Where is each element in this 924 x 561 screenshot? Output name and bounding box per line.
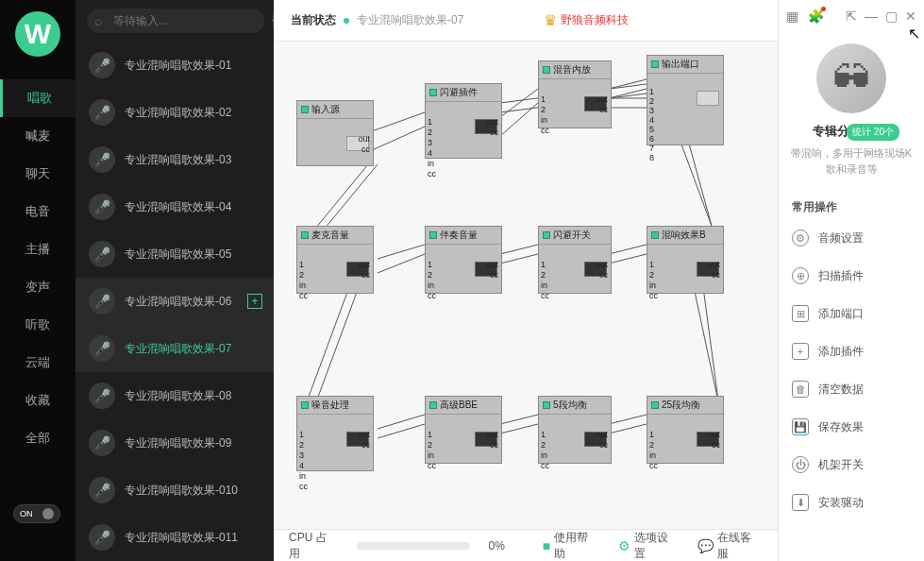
op-item[interactable]: +添加插件 — [779, 332, 924, 370]
op-item[interactable]: ⊕扫描插件 — [779, 257, 924, 295]
effect-item[interactable]: 🎤专业混响唱歌效果-08 — [76, 372, 274, 419]
effect-avatar-icon: 🎤 — [89, 99, 115, 126]
node-noise[interactable]: 噪音处理 1234inccoutcc — [296, 396, 374, 471]
pin-icon[interactable]: ⇱ — [846, 8, 857, 24]
node-eq5[interactable]: 5段均衡 12inccoutcc — [538, 396, 612, 464]
effect-item[interactable]: 🎤专业混响唱歌效果-02 — [76, 89, 274, 136]
titlebar: ▦ 🧩 ⇱ — ▢ ✕ — [779, 0, 924, 32]
op-item[interactable]: ⚙音频设置 — [779, 219, 924, 257]
node-reverb-b[interactable]: 混响效果B 12inccoutcc — [647, 226, 724, 294]
effect-avatar-icon: 🎤 — [89, 477, 115, 503]
node-bbe[interactable]: 高级BBE 12inccoutcc — [425, 396, 502, 464]
node-mix[interactable]: 混音内放 12inccoutcc — [538, 60, 612, 128]
svg-line-0 — [372, 112, 425, 131]
svg-line-25 — [500, 424, 538, 434]
svg-line-17 — [609, 254, 647, 264]
nav-fav[interactable]: 收藏 — [0, 382, 76, 419]
effect-label: 专业混响唱歌效果-05 — [125, 246, 231, 263]
node-flash[interactable]: 闪避插件 1234inccoutcc — [425, 83, 502, 159]
main-header: 当前状态 专业混响唱歌效果-07 ♛ 野狼音频科技 — [274, 0, 778, 42]
nav-elec[interactable]: 电音 — [0, 193, 76, 230]
effect-label: 专业混响唱歌效果-06 — [125, 294, 231, 310]
svg-line-6 — [609, 79, 647, 89]
minimize-icon[interactable]: — — [865, 8, 878, 24]
op-item[interactable]: ⬇安装驱动 — [779, 484, 924, 521]
op-label: 音频设置 — [818, 230, 864, 246]
settings-button[interactable]: ⚙选项设置 — [618, 530, 680, 562]
op-icon: ⚙ — [792, 230, 809, 246]
op-list: ⚙音频设置⊕扫描插件⊞添加端口+添加插件🗑清空数据💾保存效果⏻机架开关⬇安装驱动 — [779, 219, 924, 561]
close-icon[interactable]: ✕ — [905, 8, 916, 24]
op-icon: ⏻ — [792, 456, 809, 473]
nav-voice[interactable]: 变声 — [0, 268, 76, 306]
svg-line-26 — [609, 415, 647, 424]
effect-label: 专业混响唱歌效果-011 — [125, 530, 238, 546]
nav-cloud[interactable]: 云端 — [0, 344, 76, 382]
effect-item[interactable]: 🎤专业混响唱歌效果-06+ — [76, 278, 274, 325]
effect-label: 专业混响唱歌效果-09 — [125, 435, 231, 451]
effect-label: 专业混响唱歌效果-07 — [125, 341, 231, 357]
power-toggle[interactable]: ON — [13, 504, 60, 523]
svg-line-15 — [500, 254, 538, 264]
support-button[interactable]: 💬在线客服 — [697, 530, 763, 562]
effect-item[interactable]: 🎤专业混响唱歌效果-01 — [76, 42, 274, 89]
avatar[interactable]: 🕶 — [816, 43, 886, 113]
node-output[interactable]: 输出端口 12345678 — [647, 55, 724, 145]
svg-line-7 — [609, 89, 647, 98]
nav-chat[interactable]: 聊天 — [0, 155, 76, 193]
nav-all[interactable]: 全部 — [0, 419, 76, 457]
op-item[interactable]: 🗑清空数据 — [779, 370, 924, 408]
op-icon: ⊞ — [792, 305, 809, 322]
op-item[interactable]: 💾保存效果 — [779, 408, 924, 446]
nav-shout[interactable]: 喊麦 — [0, 117, 76, 155]
cpu-label: CPU 占用 — [289, 530, 338, 562]
status-label: 当前状态 — [291, 12, 336, 28]
nav-host[interactable]: 主播 — [0, 230, 76, 268]
effect-item[interactable]: 🎤专业混响唱歌效果-04 — [76, 183, 274, 230]
ops-title: 常用操作 — [779, 192, 924, 219]
nav-listen[interactable]: 听歌 — [0, 306, 76, 344]
op-item[interactable]: ⊞添加端口 — [779, 295, 924, 332]
effect-avatar-icon: 🎤 — [89, 382, 115, 409]
op-icon: + — [792, 343, 809, 360]
effect-label: 专业混响唱歌效果-04 — [125, 199, 231, 215]
brand: ♛ 野狼音频科技 — [544, 11, 629, 29]
node-acc-vol[interactable]: 伴奏音量 12inccoutcc — [425, 226, 502, 294]
nav-sing[interactable]: 唱歌 — [0, 79, 76, 117]
grid-icon[interactable]: ▦ — [786, 8, 798, 24]
node-mic-vol[interactable]: 麦克音量 12inccoutcc — [296, 226, 374, 294]
search-input[interactable] — [87, 8, 264, 33]
effect-avatar-icon: 🎤 — [89, 524, 115, 551]
effect-item[interactable]: 🎤专业混响唱歌效果-09 — [76, 419, 274, 467]
cpu-bar — [357, 542, 469, 550]
effect-avatar-icon: 🎤 — [89, 335, 115, 362]
notification-icon[interactable]: 🧩 — [808, 8, 824, 24]
op-item[interactable]: ⏻机架开关 — [779, 446, 924, 484]
effect-label: 专业混响唱歌效果-010 — [125, 483, 238, 499]
effect-avatar-icon: 🎤 — [89, 241, 115, 267]
effect-item[interactable]: 🎤专业混响唱歌效果-011 — [76, 514, 274, 561]
svg-line-14 — [500, 245, 538, 254]
svg-line-3 — [500, 103, 538, 136]
op-label: 扫描插件 — [818, 268, 864, 284]
maximize-icon[interactable]: ▢ — [885, 8, 898, 24]
gear-icon: ⚙ — [618, 538, 630, 553]
node-canvas[interactable]: 输入源 outcc 闪避插件 1234inccoutcc 混音内放 12incc… — [274, 42, 778, 529]
node-duck[interactable]: 闪避开关 12inccoutcc — [538, 226, 612, 294]
add-icon[interactable]: + — [247, 294, 262, 309]
svg-line-12 — [378, 245, 425, 259]
svg-line-22 — [378, 415, 425, 429]
effect-item[interactable]: 🎤专业混响唱歌效果-05 — [76, 230, 274, 278]
effect-avatar-icon: 🎤 — [89, 146, 115, 173]
node-eq25[interactable]: 25段均衡 12inccoutcc — [647, 396, 724, 464]
profile-desc: 带混响，多用于网络现场K歌和录音等 — [786, 145, 916, 177]
effect-item[interactable]: 🎤专业混响唱歌效果-010 — [76, 467, 274, 514]
effect-item[interactable]: 🎤专业混响唱歌效果-07 — [76, 325, 274, 372]
effect-avatar-icon: 🎤 — [89, 430, 115, 456]
node-input[interactable]: 输入源 outcc — [296, 100, 374, 166]
help-button[interactable]: ■使用帮助 — [543, 530, 599, 562]
effect-avatar-icon: 🎤 — [89, 52, 115, 78]
main-panel: 当前状态 专业混响唱歌效果-07 ♛ 野狼音频科技 — [274, 0, 778, 561]
effect-item[interactable]: 🎤专业混响唱歌效果-03 — [76, 136, 274, 183]
op-label: 清空数据 — [818, 382, 864, 398]
